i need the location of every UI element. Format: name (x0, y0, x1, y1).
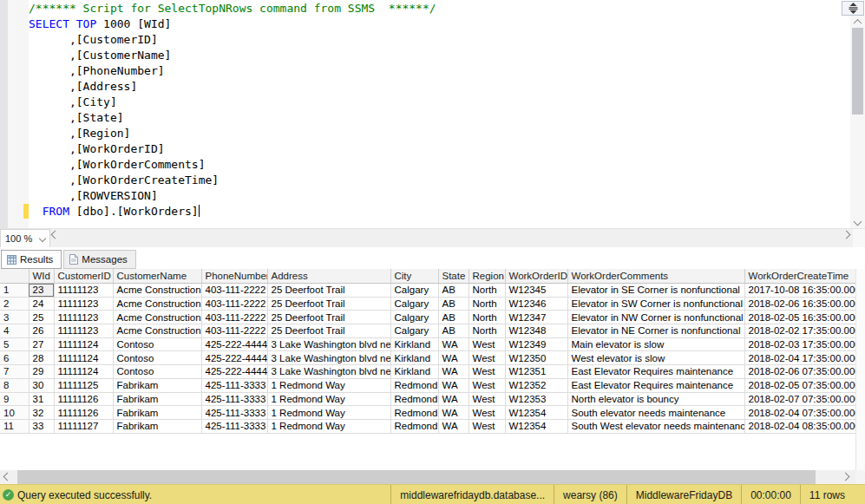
grid-cell[interactable]: 1 Redmond Way (267, 406, 390, 420)
code-line[interactable]: FROM [dbo].[WorkOrders] (29, 204, 848, 219)
row-header[interactable]: 9 (0, 392, 29, 406)
row-header[interactable]: 5 (0, 337, 29, 351)
grid-cell[interactable]: 25 (29, 311, 54, 324)
column-header[interactable]: CustomerID (54, 269, 113, 284)
tab-messages[interactable]: Messages (63, 250, 135, 269)
row-header[interactable]: 3 (0, 311, 29, 324)
grid-cell[interactable]: South elevator needs maintenance (567, 406, 744, 420)
grid-cell[interactable]: W12350 (505, 351, 567, 365)
code-line[interactable]: /****** Script for SelectTopNRows comman… (29, 1, 848, 16)
column-header[interactable]: WId (29, 269, 54, 284)
column-header[interactable]: City (390, 269, 438, 284)
grid-cell[interactable]: AB (438, 324, 469, 338)
grid-cell[interactable]: Contoso (113, 337, 201, 351)
grid-cell[interactable]: 403-111-2222 (201, 284, 267, 298)
grid-cell[interactable]: 403-111-2222 (201, 297, 267, 311)
grid-cell[interactable]: East Elevator Requires maintenance (567, 378, 744, 392)
grid-cell[interactable]: Fabrikam (113, 392, 201, 406)
grid-cell[interactable]: 425-222-4444 (201, 351, 267, 365)
grid-cell[interactable]: North (469, 311, 505, 324)
grid-cell[interactable]: 27 (29, 337, 54, 351)
grid-cell[interactable]: 425-222-4444 (201, 337, 267, 351)
column-header[interactable]: State (438, 269, 469, 284)
grid-cell[interactable]: Acme Construction (113, 324, 201, 338)
code-line[interactable]: ,[ROWVERSION] (29, 188, 848, 204)
grid-cell[interactable]: 11111124 (54, 337, 113, 351)
code-line[interactable]: ,[State] (29, 110, 848, 126)
grid-cell[interactable]: 30 (29, 378, 54, 392)
column-header[interactable]: Address (267, 269, 390, 284)
grid-cell[interactable]: Kirkland (390, 351, 438, 365)
grid-cell[interactable]: West (469, 378, 505, 392)
grid-cell[interactable]: West (469, 392, 505, 406)
grid-cell[interactable]: 1 Redmond Way (267, 419, 390, 433)
grid-cell[interactable]: W12352 (505, 378, 567, 392)
grid-cell[interactable]: North (469, 297, 505, 311)
grid-cell[interactable]: Fabrikam (113, 406, 201, 420)
code-line[interactable]: SELECT TOP 1000 [WId] (29, 16, 848, 32)
grid-cell[interactable]: 1 Redmond Way (267, 378, 390, 392)
grid-cell[interactable]: AB (438, 297, 469, 311)
grid-cell[interactable]: Calgary (390, 284, 438, 298)
grid-cell[interactable]: W12346 (505, 297, 567, 311)
grid-cell[interactable]: 26 (29, 324, 54, 338)
grid-cell[interactable]: W12345 (505, 284, 567, 298)
code-line[interactable]: ,[WorkOrderCreateTime] (29, 173, 848, 188)
row-header[interactable]: 10 (0, 406, 29, 420)
grid-cell[interactable]: 2018-02-06 16:35:00.000 (744, 297, 865, 311)
grid-cell[interactable]: 2018-02-02 17:35:00.000 (744, 324, 865, 338)
sql-code-text[interactable]: /****** Script for SelectTopNRows comman… (29, 1, 848, 219)
grid-cell[interactable]: Contoso (113, 365, 201, 379)
sql-editor[interactable]: /****** Script for SelectTopNRows comman… (0, 0, 865, 228)
code-line[interactable]: ,[WorkOrderComments] (29, 157, 848, 173)
grid-cell[interactable]: 29 (29, 365, 54, 379)
column-header[interactable]: WorkOrderComments (567, 269, 744, 284)
tab-results[interactable]: Results (1, 250, 62, 269)
grid-cell[interactable]: WA (438, 378, 469, 392)
grid-cell[interactable]: Redmond (390, 392, 438, 406)
row-header[interactable]: 11 (0, 419, 29, 433)
grid-cell[interactable]: 2018-02-05 07:35:00.000 (744, 378, 865, 392)
scroll-right-arrow-icon[interactable] (842, 231, 851, 239)
grid-cell[interactable]: Elevator in SE Corner is nonfunctional (567, 284, 744, 298)
grid-cell[interactable]: 32 (29, 406, 54, 420)
grid-cell[interactable]: 403-111-2222 (201, 324, 267, 338)
grid-cell[interactable]: North (469, 324, 505, 338)
grid-cell[interactable]: WA (438, 419, 469, 433)
column-header[interactable]: Region (469, 269, 505, 284)
row-header[interactable]: 6 (0, 351, 29, 365)
scroll-left-arrow-icon[interactable] (51, 231, 60, 239)
grid-cell[interactable]: W12349 (505, 337, 567, 351)
grid-cell[interactable]: Kirkland (390, 337, 438, 351)
grid-cell[interactable]: West (469, 351, 505, 365)
grid-cell[interactable]: WA (438, 392, 469, 406)
grid-cell[interactable]: 3 Lake Washington blvd ne (267, 337, 390, 351)
grid-cell[interactable]: 23 (29, 284, 54, 298)
grid-cell[interactable]: 2018-02-04 17:35:00.000 (744, 351, 865, 365)
grid-cell[interactable]: 11111126 (54, 406, 113, 420)
grid-cell[interactable]: WA (438, 365, 469, 379)
editor-vertical-scroll-thumb[interactable] (852, 28, 863, 115)
scroll-up-arrow-icon[interactable] (850, 16, 865, 29)
grid-cell[interactable]: WA (438, 406, 469, 420)
grid-cell[interactable]: 11111124 (54, 365, 113, 379)
grid-cell[interactable]: 3 Lake Washington blvd ne (267, 351, 390, 365)
editor-vertical-scrollbar[interactable] (850, 16, 865, 228)
grid-cell[interactable]: Elevator in NE Corner is nonfunctional (567, 324, 744, 338)
code-line[interactable]: ,[Region] (29, 126, 848, 141)
grid-cell[interactable]: 25 Deerfoot Trail (267, 324, 390, 338)
grid-cell[interactable]: 11111123 (54, 311, 113, 324)
code-line[interactable]: ,[City] (29, 95, 848, 110)
grid-cell[interactable]: Elevator in SW Corner is nonfunctional (567, 297, 744, 311)
grid-cell[interactable]: Main elevator is slow (567, 337, 744, 351)
column-header[interactable]: WorkOrderCreateTime (744, 269, 865, 284)
grid-cell[interactable]: West (469, 419, 505, 433)
grid-cell[interactable]: Redmond (390, 419, 438, 433)
code-line[interactable]: ,[WorkOrderID] (29, 141, 848, 157)
grid-cell[interactable]: Acme Construction (113, 311, 201, 324)
grid-cell[interactable]: West (469, 406, 505, 420)
grid-cell[interactable]: 2018-02-06 07:35:00.000 (744, 365, 865, 379)
editor-splitter-button[interactable] (842, 1, 864, 16)
row-header[interactable]: 1 (0, 284, 29, 298)
grid-cell[interactable]: Kirkland (390, 365, 438, 379)
